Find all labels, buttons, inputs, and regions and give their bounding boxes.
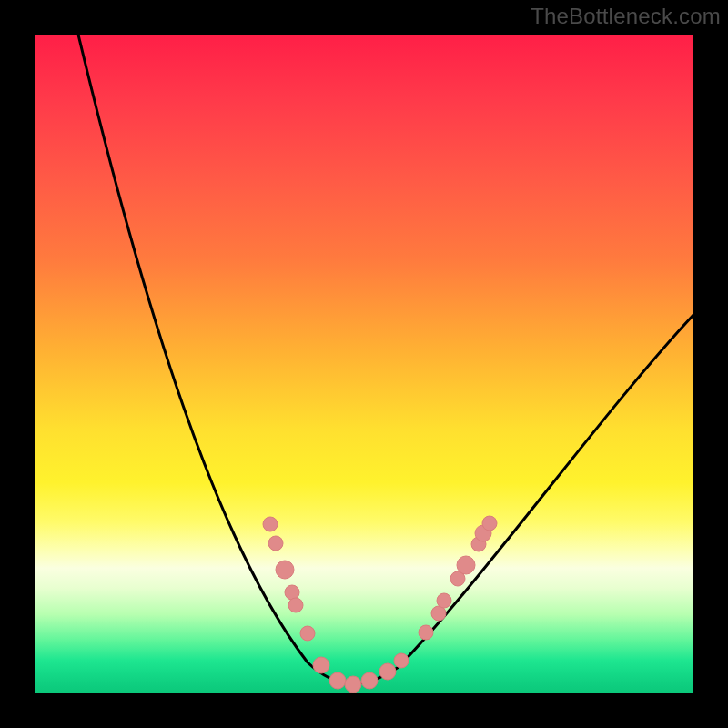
curve-marker — [345, 676, 361, 693]
curve-marker — [300, 626, 315, 641]
curve-marker — [313, 657, 329, 673]
gradient-plot-area — [35, 35, 693, 693]
curve-marker — [288, 598, 303, 612]
curve-marker — [482, 516, 497, 531]
curve-marker — [457, 556, 475, 574]
curve-marker — [419, 625, 433, 640]
curve-markers — [263, 516, 497, 693]
watermark-text: TheBottleneck.com — [531, 4, 721, 29]
curve-marker — [394, 653, 409, 668]
chart-frame: TheBottleneck.com — [0, 0, 728, 728]
curve-marker — [263, 517, 278, 531]
curve-marker — [329, 672, 346, 689]
curve-marker — [276, 561, 294, 579]
curve-marker — [361, 672, 378, 689]
curve-marker — [268, 536, 283, 551]
curve-marker — [285, 585, 299, 600]
curve-marker — [379, 663, 396, 680]
bottleneck-curve — [78, 35, 693, 683]
curve-layer — [35, 35, 693, 693]
curve-marker — [437, 593, 451, 608]
